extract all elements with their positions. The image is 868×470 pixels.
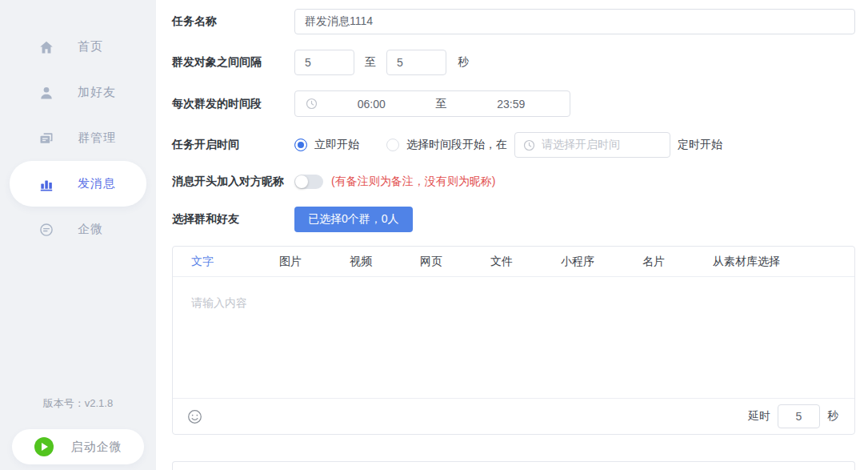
launch-button-label: 启动企微	[71, 440, 122, 455]
time-range-picker[interactable]: 06:00 至 23:59	[294, 90, 570, 117]
clock-icon	[306, 98, 318, 110]
selected-targets-button[interactable]: 已选择0个群，0人	[294, 207, 413, 232]
interval-max-input[interactable]	[386, 50, 446, 75]
row-nickname-prefix: 消息开头加入对方昵称 (有备注则为备注，没有则为昵称)	[172, 173, 855, 191]
tab-file[interactable]: 文件	[490, 255, 513, 269]
tab-material-library[interactable]: 从素材库选择	[713, 255, 780, 269]
home-icon	[38, 38, 55, 56]
row-interval: 群发对象之间间隔 至 秒	[172, 50, 855, 75]
composer-tabbar: 文字 图片 视频 网页 文件 小程序 名片 从素材库选择	[173, 247, 854, 277]
tab-video[interactable]: 视频	[350, 255, 372, 269]
radio-unchecked-icon	[386, 139, 399, 151]
sidebar-bottom: 版本号：v2.1.8 启动企微	[0, 396, 156, 470]
next-panel	[172, 461, 855, 470]
play-icon	[34, 437, 54, 456]
toggle-knob	[295, 175, 308, 188]
tab-webpage[interactable]: 网页	[420, 255, 442, 269]
radio-checked-icon	[294, 139, 307, 151]
launch-wecom-button[interactable]: 启动企微	[12, 429, 144, 464]
delay-input[interactable]	[778, 404, 820, 428]
tab-text[interactable]: 文字	[191, 255, 214, 269]
sidebar-item-label: 加好友	[78, 85, 116, 100]
message-content-textarea[interactable]: 请输入内容	[173, 277, 854, 398]
tab-image[interactable]: 图片	[279, 255, 302, 269]
start-time-picker[interactable]: 请选择开启时间	[514, 132, 670, 158]
time-range-end[interactable]: 23:59	[458, 98, 566, 110]
composer-footer: 延时 秒	[173, 398, 854, 434]
interval-to-text: 至	[365, 55, 376, 70]
interval-min-input[interactable]	[294, 50, 354, 75]
start-time-suffix: 定时开始	[678, 138, 722, 152]
message-composer-panel: 文字 图片 视频 网页 文件 小程序 名片 从素材库选择 请输入内容 延时 秒	[172, 246, 855, 435]
row-time-range: 每次群发的时间段 06:00 至 23:59	[172, 90, 855, 117]
sidebar-item-send-message[interactable]: 发消息	[10, 161, 146, 207]
delay-unit-text: 秒	[827, 409, 838, 424]
interval-label: 群发对象之间间隔	[172, 55, 294, 70]
sidebar-item-label: 发消息	[78, 176, 116, 191]
nickname-toggle[interactable]	[294, 175, 323, 189]
sidebar-item-label: 首页	[78, 39, 103, 54]
sidebar-nav: 首页 加好友 群管理 发消息 企微	[0, 0, 156, 252]
delay-label: 延时	[748, 409, 770, 424]
sidebar-item-home[interactable]: 首页	[10, 24, 146, 70]
wecom-icon	[38, 221, 55, 239]
nickname-prefix-label: 消息开头加入对方昵称	[172, 175, 294, 189]
time-range-label: 每次群发的时间段	[172, 97, 294, 111]
nickname-hint-text: (有备注则为备注，没有则为昵称)	[331, 175, 495, 189]
delay-control: 延时 秒	[748, 404, 838, 428]
tab-miniprogram[interactable]: 小程序	[561, 255, 594, 269]
row-task-name: 任务名称	[172, 9, 855, 34]
task-form: 任务名称 群发对象之间间隔 至 秒 每次群发的时间段 06:00 至 23:59…	[156, 0, 868, 470]
time-range-start[interactable]: 06:00	[318, 98, 426, 110]
clock-icon	[523, 139, 535, 151]
task-name-input[interactable]	[294, 9, 855, 34]
row-start-time: 任务开启时间 立即开始 选择时间段开始，在 请选择开启时间 定时开始	[172, 132, 855, 158]
row-select-targets: 选择群和好友 已选择0个群，0人	[172, 207, 855, 232]
task-name-label: 任务名称	[172, 14, 294, 29]
version-label: 版本号：v2.1.8	[0, 396, 156, 411]
interval-unit-text: 秒	[458, 55, 469, 70]
time-range-to-text: 至	[426, 97, 458, 111]
tab-card[interactable]: 名片	[642, 255, 665, 269]
radio-scheduled-label: 选择时间段开始，在	[406, 138, 507, 152]
radio-start-immediately[interactable]: 立即开始	[294, 138, 359, 152]
sidebar-item-label: 企微	[78, 222, 103, 237]
select-targets-label: 选择群和好友	[172, 212, 294, 227]
sidebar-item-group-manage[interactable]: 群管理	[10, 115, 146, 161]
sidebar-item-add-friend[interactable]: 加好友	[10, 70, 146, 115]
sidebar: 首页 加好友 群管理 发消息 企微 版本号：v2	[0, 0, 156, 470]
sidebar-item-label: 群管理	[78, 131, 116, 146]
send-message-icon	[38, 175, 55, 193]
radio-start-scheduled[interactable]: 选择时间段开始，在	[386, 138, 507, 152]
add-friend-icon	[38, 84, 55, 102]
start-time-label: 任务开启时间	[172, 138, 294, 152]
radio-immediate-label: 立即开始	[314, 138, 359, 152]
group-manage-icon	[38, 130, 55, 147]
emoji-icon[interactable]	[187, 409, 202, 424]
start-time-placeholder: 请选择开启时间	[542, 138, 620, 152]
sidebar-item-wecom[interactable]: 企微	[10, 207, 146, 252]
